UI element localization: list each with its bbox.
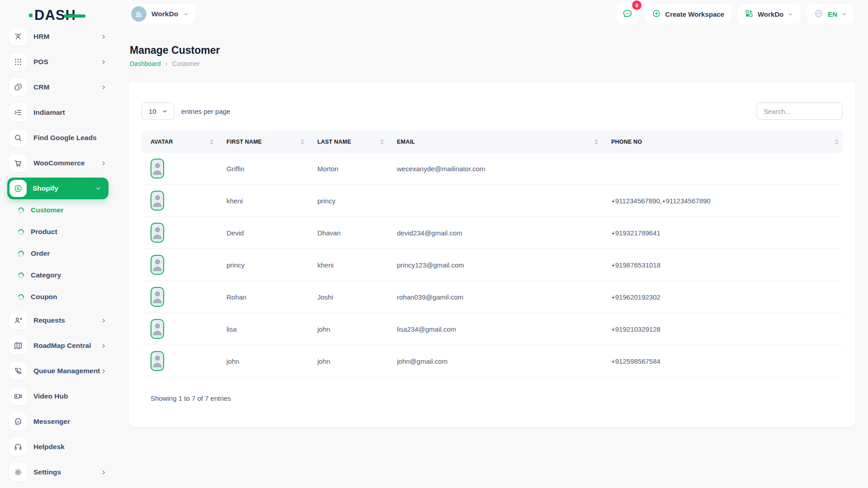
cell-email	[388, 185, 602, 217]
cell-email: wecexanyde@mailinator.com	[388, 153, 602, 185]
cell-first-name: Rohan	[217, 281, 308, 313]
sidebar-item-hrm[interactable]: HRM	[0, 27, 118, 49]
language-selector[interactable]: EN	[807, 4, 854, 24]
sidebar-item-woocommerce[interactable]: WooCommerce	[0, 150, 118, 176]
cell-avatar	[142, 153, 217, 185]
indiamart-icon	[9, 103, 27, 122]
cell-avatar	[142, 345, 217, 377]
cell-first-name: Devid	[217, 217, 308, 249]
sidebar-item-queue-management[interactable]: Queue Management	[0, 358, 118, 384]
sidebar-item-find-google-leads[interactable]: Find Google Leads	[0, 125, 118, 150]
video-icon	[9, 387, 27, 405]
cell-last-name: kheni	[308, 249, 388, 281]
customer-avatar	[151, 351, 164, 371]
chevron-right-icon	[101, 318, 107, 324]
main-content: Manage Customer Dashboard › Customer 10 …	[118, 27, 868, 488]
workspace-name: WorkDo	[151, 10, 178, 18]
customer-avatar	[151, 159, 164, 178]
sidebar-subitem-order[interactable]: Order	[0, 243, 118, 264]
column-header-phone-no[interactable]: PHONE NO	[602, 131, 843, 153]
page-size-value: 10	[149, 108, 156, 115]
cell-avatar	[142, 313, 217, 345]
circle-bullet-icon	[17, 249, 25, 258]
grid-plus-icon	[745, 9, 754, 19]
sidebar-item-video-hub[interactable]: Video Hub	[0, 384, 118, 409]
header-actions: 0 Create Workspace	[616, 4, 854, 24]
cell-email: devid234@gmail.com	[388, 217, 602, 249]
sidebar-item-helpdesk[interactable]: Helpdesk	[0, 434, 118, 460]
cell-first-name: lisa	[217, 313, 308, 345]
sidebar-subitem-product[interactable]: Product	[0, 221, 118, 243]
messages-button[interactable]: 0	[616, 4, 639, 24]
cell-phone: +919210329128	[602, 313, 843, 345]
cell-phone: +919876531018	[602, 249, 843, 281]
sidebar-item-roadmap-central[interactable]: RoadMap Central	[0, 333, 118, 358]
gear-icon	[9, 463, 27, 481]
cell-first-name: john	[217, 345, 308, 377]
cell-avatar	[142, 249, 217, 281]
cell-avatar	[142, 281, 217, 313]
circle-bullet-icon	[17, 228, 25, 236]
sidebar-item-label: Find Google Leads	[33, 134, 97, 142]
user-plus-icon	[9, 311, 27, 329]
sidebar-item-crm[interactable]: CRM	[0, 75, 118, 100]
cell-email: john@gmail.com	[388, 345, 602, 377]
table-row: lisa john lisa234@gmail.com +91921032912…	[142, 313, 843, 345]
sort-icon	[380, 139, 384, 145]
sidebar-item-requests[interactable]: Requests	[0, 308, 118, 333]
sidebar-subitem-coupon[interactable]: Coupon	[0, 286, 118, 308]
sidebar-item-indiamart[interactable]: Indiamart	[0, 100, 118, 125]
cell-first-name: kheni	[217, 185, 308, 217]
sort-icon	[301, 139, 304, 145]
chevron-right-icon	[101, 160, 107, 166]
language-label: EN	[828, 10, 837, 18]
sidebar-subitem-category[interactable]: Category	[0, 264, 118, 286]
sidebar-item-shopify[interactable]: Shopify	[7, 178, 108, 199]
sort-icon	[210, 139, 213, 145]
sidebar-item-messenger[interactable]: Messenger	[0, 409, 118, 434]
sidebar-subitem-customer[interactable]: Customer	[0, 199, 118, 221]
chevron-down-icon	[95, 186, 101, 192]
sidebar-item-settings[interactable]: Settings	[0, 460, 118, 485]
phone-icon	[9, 362, 27, 380]
cell-phone: +911234567890,+911234567890	[602, 185, 843, 217]
column-label: PHONE NO	[611, 139, 642, 145]
cell-email: rohan039@gamil.com	[388, 281, 602, 313]
sidebar-item-label: Queue Management	[33, 367, 100, 375]
customer-avatar	[151, 223, 164, 243]
customer-table-card: 10 entries per page AVATAR FIRST NAME LA…	[129, 82, 855, 427]
page-size-group: 10 entries per page	[142, 103, 230, 120]
dash-logo[interactable]: DASH	[29, 8, 85, 22]
sort-icon	[835, 139, 839, 145]
search-input[interactable]	[757, 103, 843, 120]
table-row: Griffin Morton wecexanyde@mailinator.com	[142, 153, 843, 185]
customer-avatar	[151, 319, 164, 339]
create-workspace-button[interactable]: Create Workspace	[645, 4, 731, 24]
header-row: AVATAR FIRST NAME LAST NAME EMAIL PHONE …	[142, 131, 843, 153]
circle-bullet-icon	[17, 271, 25, 279]
cell-avatar	[142, 185, 217, 217]
chevron-down-icon	[788, 11, 793, 17]
workspace-switcher[interactable]: WorkDo	[129, 4, 195, 24]
table-row: Devid Dhavan devid234@gmail.com +9193217…	[142, 217, 843, 249]
breadcrumb-dashboard-link[interactable]: Dashboard	[130, 60, 161, 67]
column-header-last-name[interactable]: LAST NAME	[308, 131, 388, 153]
logo-dot-icon	[29, 14, 33, 17]
workdo-menu-button[interactable]: WorkDo	[737, 4, 801, 24]
table-row: Rohan Joshi rohan039@gamil.com +91962019…	[142, 281, 843, 313]
sidebar-item-pos[interactable]: POS	[0, 49, 118, 75]
sidebar-item-label: Shopify	[33, 184, 58, 192]
cell-email: princy123@gmail.com	[388, 249, 602, 281]
circle-bullet-icon	[17, 293, 25, 301]
building-icon	[131, 6, 146, 22]
table-toolbar: 10 entries per page	[142, 103, 843, 120]
column-header-email[interactable]: EMAIL	[388, 131, 602, 153]
column-header-avatar[interactable]: AVATAR	[142, 131, 217, 153]
sidebar-subitem-label: Order	[31, 249, 50, 258]
sidebar-item-label: Settings	[33, 468, 61, 476]
column-header-first-name[interactable]: FIRST NAME	[217, 131, 308, 153]
sidebar-item-label: POS	[33, 58, 48, 66]
sidebar-item-label: Video Hub	[33, 392, 68, 400]
page-size-select[interactable]: 10	[142, 103, 175, 120]
table-row: john john john@gmail.com +912598567584	[142, 345, 843, 377]
